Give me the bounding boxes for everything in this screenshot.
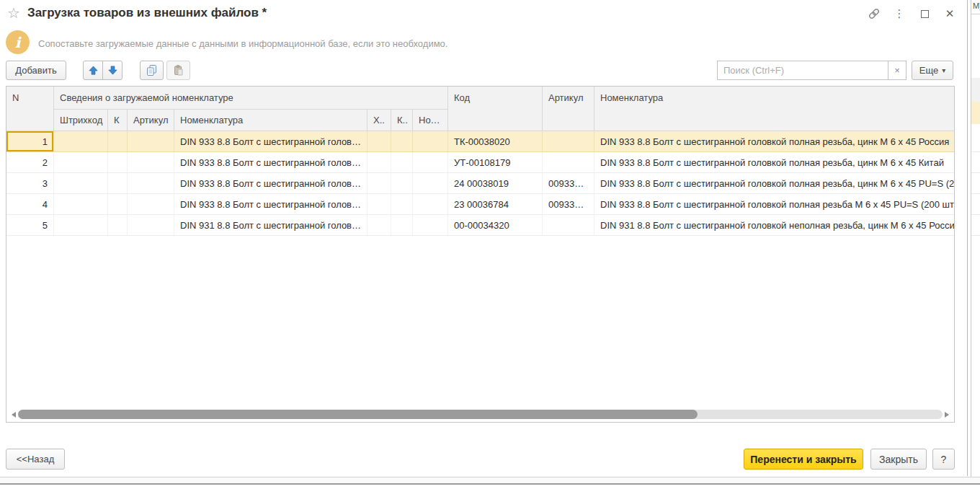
header-k2: К.. xyxy=(391,110,413,131)
cell-nomenclature[interactable]: DIN 933 8.8 Болт с шестигранной головкой… xyxy=(594,194,954,214)
cell-loaded-nomenclature[interactable]: DIN 933 8.8 Болт с шестигранной голов… xyxy=(174,131,368,151)
help-button[interactable]: ? xyxy=(932,449,955,470)
cell-n[interactable]: 4 xyxy=(6,194,54,214)
scrollbar-track[interactable] xyxy=(18,410,943,419)
cell-k2[interactable] xyxy=(391,152,413,172)
cell-nomenclature[interactable]: DIN 933 8.8 Болт с шестигранной головкой… xyxy=(594,131,954,151)
header-no: Но… xyxy=(413,110,448,131)
transfer-and-close-button[interactable]: Перенести и закрыть xyxy=(744,449,863,470)
cell-k1[interactable] xyxy=(108,152,128,172)
cell-article[interactable] xyxy=(543,131,594,151)
header-barcode: Штрихкод xyxy=(54,110,108,131)
cell-loaded-nomenclature[interactable]: DIN 931 8.8 Болт с шестигранной голов… xyxy=(174,215,368,235)
copy-icon xyxy=(146,64,158,76)
clear-search-icon[interactable]: × xyxy=(888,61,906,80)
back-button[interactable]: <<Назад xyxy=(6,449,65,470)
background-window-border xyxy=(971,0,971,477)
info-message: Сопоставьте загружаемые данные с данными… xyxy=(38,38,447,49)
cell-article-loaded[interactable] xyxy=(128,194,174,214)
header-x: Х.. xyxy=(368,110,391,131)
window-controls: ⋮ ✕ xyxy=(867,6,957,22)
move-up-button[interactable] xyxy=(83,61,103,80)
header-code: Код xyxy=(448,87,543,131)
cell-loaded-nomenclature[interactable]: DIN 933 8.8 Болт с шестигранной голов… xyxy=(174,152,368,172)
cell-n[interactable]: 1 xyxy=(6,131,54,151)
cell-no[interactable] xyxy=(413,194,448,214)
cell-article[interactable] xyxy=(543,215,594,235)
more-button[interactable]: Еще ▾ xyxy=(912,61,953,80)
cell-barcode[interactable] xyxy=(54,173,108,193)
cell-n[interactable]: 3 xyxy=(6,173,54,193)
cell-article-loaded[interactable] xyxy=(128,131,174,151)
copy-button[interactable] xyxy=(140,61,164,80)
cell-code[interactable]: УТ-00108179 xyxy=(448,152,543,172)
move-buttons xyxy=(83,61,122,80)
cell-nomenclature[interactable]: DIN 933 8.8 Болт с шестигранной головкой… xyxy=(594,173,954,193)
maximize-icon[interactable] xyxy=(917,6,932,21)
cell-k1[interactable] xyxy=(108,173,128,193)
background-window-sliver: М) xyxy=(968,0,980,477)
cell-code[interactable]: 23 00036784 xyxy=(448,194,543,214)
cell-n[interactable]: 5 xyxy=(6,215,54,235)
table-row[interactable]: 5 DIN 931 8.8 Болт с шестигранной голов…… xyxy=(6,215,954,236)
cell-nomenclature[interactable]: DIN 931 8.8 Болт с шестигранной головкой… xyxy=(594,215,954,235)
cell-code[interactable]: 24 00038019 xyxy=(448,173,543,193)
cell-no[interactable] xyxy=(413,131,448,151)
cell-k2[interactable] xyxy=(391,194,413,214)
cell-article[interactable]: 00933… xyxy=(543,173,594,193)
cell-article-loaded[interactable] xyxy=(128,152,174,172)
table-row[interactable]: 3 DIN 933 8.8 Болт с шестигранной голов…… xyxy=(6,173,954,194)
cell-loaded-nomenclature[interactable]: DIN 933 8.8 Болт с шестигранной голов… xyxy=(174,173,368,193)
cell-k1[interactable] xyxy=(108,194,128,214)
table-row[interactable]: 1 DIN 933 8.8 Болт с шестигранной голов…… xyxy=(6,131,954,152)
add-button[interactable]: Добавить xyxy=(6,61,66,80)
cell-k1[interactable] xyxy=(108,131,128,151)
favorite-star-icon[interactable]: ☆ xyxy=(7,4,20,22)
cell-article[interactable]: 00933… xyxy=(543,194,594,214)
scroll-left-icon[interactable] xyxy=(9,412,16,418)
cell-n[interactable]: 2 xyxy=(6,152,54,172)
more-menu-icon[interactable]: ⋮ xyxy=(892,6,906,21)
cell-barcode[interactable] xyxy=(54,215,108,235)
cell-x[interactable] xyxy=(368,152,391,172)
header-sub-nomenclature: Номенклатура xyxy=(174,110,368,131)
move-down-button[interactable] xyxy=(102,61,122,80)
cell-nomenclature[interactable]: DIN 933 8.8 Болт с шестигранной головкой… xyxy=(594,152,954,172)
cell-x[interactable] xyxy=(368,194,391,214)
scrollbar-thumb[interactable] xyxy=(18,410,698,419)
header-group-loaded-info: Сведения о загружаемой номенклатуре xyxy=(54,87,448,110)
cell-article-loaded[interactable] xyxy=(128,215,174,235)
cell-k2[interactable] xyxy=(391,215,413,235)
mapping-table: N Сведения о загружаемой номенклатуре Ко… xyxy=(6,86,955,423)
link-icon[interactable] xyxy=(867,6,881,21)
table-row[interactable]: 4 DIN 933 8.8 Болт с шестигранной голов…… xyxy=(6,194,954,215)
cell-no[interactable] xyxy=(413,215,448,235)
cell-code[interactable]: 00-00034320 xyxy=(448,215,543,235)
cell-code[interactable]: ТК-00038020 xyxy=(448,131,543,151)
cell-loaded-nomenclature[interactable]: DIN 933 8.8 Болт с шестигранной голов… xyxy=(174,194,368,214)
horizontal-scrollbar xyxy=(9,409,952,420)
search-area: × xyxy=(717,61,906,80)
cell-no[interactable] xyxy=(413,173,448,193)
screen: ☆ Загрузка товаров из внешних файлов * ⋮… xyxy=(0,0,980,489)
cell-x[interactable] xyxy=(368,215,391,235)
cell-article-loaded[interactable] xyxy=(128,173,174,193)
close-icon[interactable]: ✕ xyxy=(943,6,957,21)
cell-k1[interactable] xyxy=(108,215,128,235)
cell-article[interactable] xyxy=(543,152,594,172)
search-input[interactable] xyxy=(717,61,888,80)
table-row[interactable]: 2 DIN 933 8.8 Болт с шестигранной голов…… xyxy=(6,152,954,173)
cell-barcode[interactable] xyxy=(54,194,108,214)
scroll-right-icon[interactable] xyxy=(945,412,952,418)
cell-x[interactable] xyxy=(368,173,391,193)
cell-k2[interactable] xyxy=(391,131,413,151)
cell-x[interactable] xyxy=(368,131,391,151)
paste-icon xyxy=(172,64,184,76)
cell-barcode[interactable] xyxy=(54,131,108,151)
background-selected-row-fragment xyxy=(971,102,980,124)
cell-k2[interactable] xyxy=(391,173,413,193)
close-button[interactable]: Закрыть xyxy=(870,449,927,470)
cell-barcode[interactable] xyxy=(54,152,108,172)
header-article: Артикул xyxy=(543,87,594,131)
cell-no[interactable] xyxy=(413,152,448,172)
